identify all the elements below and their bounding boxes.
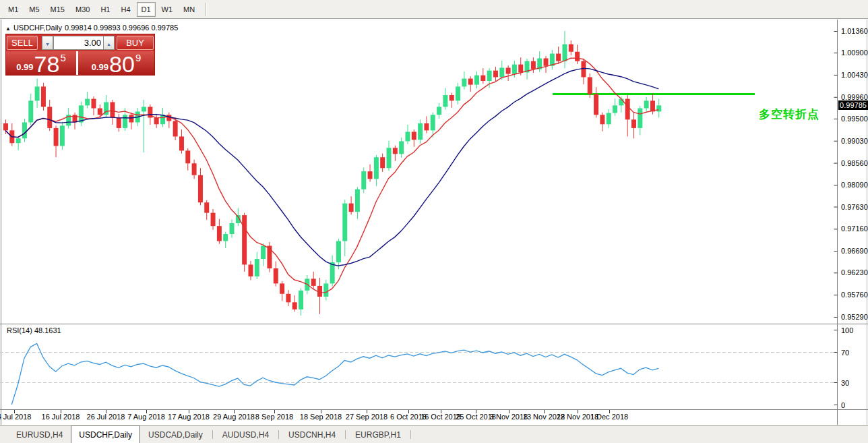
svg-text:0.97160: 0.97160 xyxy=(841,225,868,233)
tab-eurgbp-h1[interactable]: EURGBP,H1 xyxy=(347,426,409,443)
arrow-down-icon: ▼ xyxy=(45,42,50,47)
svg-text:70: 70 xyxy=(841,349,849,357)
sell-button[interactable]: SELL xyxy=(7,36,38,50)
sell-price-sup: 5 xyxy=(60,51,65,63)
timeframe-button-w1[interactable]: W1 xyxy=(157,2,178,17)
svg-text:7 Aug 2018: 7 Aug 2018 xyxy=(127,413,165,421)
svg-text:18 Sep 2018: 18 Sep 2018 xyxy=(300,413,342,421)
svg-text:1.00430: 1.00430 xyxy=(841,71,868,79)
tab-eurusd-h4[interactable]: EURUSD,H4 xyxy=(8,426,71,443)
collapse-chart-icon[interactable]: ▲ xyxy=(5,26,11,32)
buy-price-prefix: 0.99 xyxy=(92,63,108,75)
svg-text:29 Aug 2018: 29 Aug 2018 xyxy=(213,413,255,421)
volume-input[interactable] xyxy=(53,36,104,50)
svg-text:16 Oct 2018: 16 Oct 2018 xyxy=(421,413,461,421)
tab-usdcad-daily[interactable]: USDCAD,Daily xyxy=(140,426,211,443)
svg-text:0.98560: 0.98560 xyxy=(841,159,868,167)
current-price-tag: 0.99785 xyxy=(838,100,868,110)
sell-price-big: 78 xyxy=(34,55,61,75)
tab-separator xyxy=(410,430,411,439)
svg-text:3 Nov 2018: 3 Nov 2018 xyxy=(490,413,528,421)
svg-text:0.99500: 0.99500 xyxy=(841,115,868,123)
volume-decrease-button[interactable]: ▼ xyxy=(42,36,53,50)
price-axis: 1.013601.009001.004300.999600.995000.990… xyxy=(834,27,868,321)
timeframe-button-mn[interactable]: MN xyxy=(179,2,199,17)
svg-text:8 Sep 2018: 8 Sep 2018 xyxy=(255,413,293,421)
tab-separator xyxy=(345,430,346,439)
svg-text:1.00900: 1.00900 xyxy=(841,49,868,57)
timeframe-button-m1[interactable]: M1 xyxy=(3,2,23,17)
chart-symbol-ohlc: ▲USDCHF,Daily0.99814 0.99893 0.99696 0.9… xyxy=(5,24,181,32)
timeframe-button-h4[interactable]: H4 xyxy=(116,2,135,17)
timeframe-toolbar: M1M5M15M30H1H4D1W1MN xyxy=(0,0,868,19)
svg-text:30: 30 xyxy=(841,379,849,387)
rsi-axis: 10070300 xyxy=(0,326,853,409)
buy-price-button[interactable]: 0.99809 xyxy=(78,51,154,75)
volume-increase-button[interactable]: ▲ xyxy=(103,36,115,50)
ma-slow-line xyxy=(5,68,658,266)
buy-price-big: 80 xyxy=(108,55,135,75)
svg-text:0.99960: 0.99960 xyxy=(841,93,868,101)
chart-frame xyxy=(0,20,868,425)
chart-symbol-label: USDCHF,Daily xyxy=(13,24,62,32)
tab-usdcnh-h4[interactable]: USDCNH,H4 xyxy=(280,426,344,443)
timeframe-button-m15[interactable]: M15 xyxy=(46,2,69,17)
svg-text:0.96230: 0.96230 xyxy=(841,268,868,276)
arrow-up-icon: ▲ xyxy=(106,42,111,47)
mt4-window: 100703001.013601.009001.004300.999600.99… xyxy=(0,0,868,443)
svg-text:0.99030: 0.99030 xyxy=(841,137,868,145)
timeframe-button-m30[interactable]: M30 xyxy=(71,2,94,17)
buy-button[interactable]: BUY xyxy=(117,36,154,50)
svg-text:100: 100 xyxy=(841,326,853,334)
svg-text:0.98090: 0.98090 xyxy=(841,181,868,189)
toolbar-separator xyxy=(206,3,207,16)
sell-price-button[interactable]: 0.99785 xyxy=(6,51,78,75)
svg-text:27 Sep 2018: 27 Sep 2018 xyxy=(346,413,388,421)
svg-text:0.97630: 0.97630 xyxy=(841,203,868,211)
sell-price-prefix: 0.99 xyxy=(16,63,33,75)
timeframe-button-h1[interactable]: H1 xyxy=(96,2,115,17)
chart-tabbar: EURUSD,H4USDCHF,DailyUSDCAD,DailyAUDUSD,… xyxy=(0,425,868,443)
svg-text:17 Aug 2018: 17 Aug 2018 xyxy=(168,413,210,421)
timeframe-button-d1[interactable]: D1 xyxy=(137,2,156,17)
one-click-trading-panel: SELL ▼ ▲ BUY 0.99785 0.99809 xyxy=(5,34,155,76)
svg-text:16 Jul 2018: 16 Jul 2018 xyxy=(42,413,80,421)
tab-separator xyxy=(278,430,279,439)
buy-price-sup: 9 xyxy=(135,51,141,63)
svg-text:0.95290: 0.95290 xyxy=(841,313,868,321)
chart-ohlc-values: 0.99814 0.99893 0.99696 0.99785 xyxy=(65,24,178,32)
trend-annotation: 多空转折点 xyxy=(759,107,826,122)
svg-text:0.95760: 0.95760 xyxy=(841,291,868,299)
svg-text:1.01360: 1.01360 xyxy=(841,27,868,35)
timeframe-button-m5[interactable]: M5 xyxy=(24,2,44,17)
time-axis: 4 Jul 201816 Jul 201826 Jul 20187 Aug 20… xyxy=(0,410,628,421)
tab-audusd-h4[interactable]: AUDUSD,H4 xyxy=(214,426,277,443)
svg-text:1 Dec 2018: 1 Dec 2018 xyxy=(590,413,628,421)
tab-usdchf-daily[interactable]: USDCHF,Daily xyxy=(71,425,140,443)
svg-text:0: 0 xyxy=(841,401,845,409)
svg-text:26 Jul 2018: 26 Jul 2018 xyxy=(87,413,125,421)
svg-text:4 Jul 2018: 4 Jul 2018 xyxy=(0,413,31,421)
svg-text:0.96690: 0.96690 xyxy=(841,247,868,255)
tab-separator xyxy=(212,430,213,439)
rsi-indicator-label: RSI(14) 48.1631 xyxy=(7,326,61,334)
